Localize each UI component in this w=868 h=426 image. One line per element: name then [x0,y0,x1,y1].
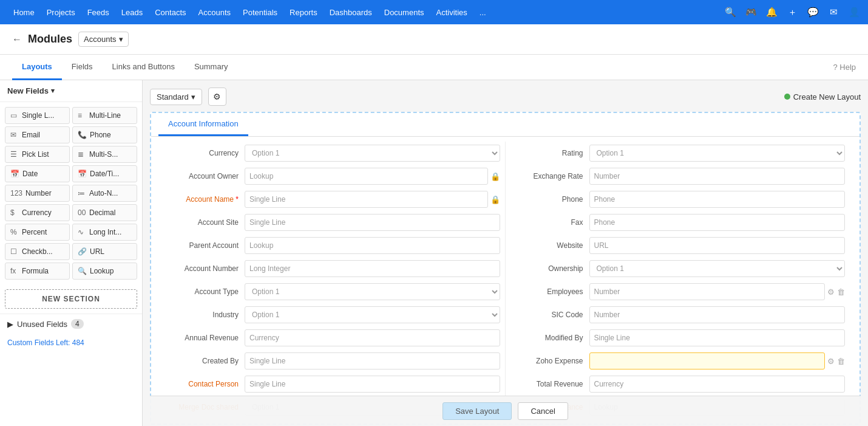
field-input-right-4[interactable] [589,237,846,254]
module-dropdown-arrow: ▾ [119,35,123,44]
sidebar-field-7[interactable]: 📅Date/Ti... [72,165,137,182]
field-type-icon: % [10,228,19,236]
search-icon[interactable]: 🔍 [724,5,737,19]
field-input-right-6[interactable] [589,283,826,300]
sidebar-field-1[interactable]: ≡Multi-Line [72,107,137,124]
delete-icon[interactable]: 🗑 [837,287,845,297]
nav-reports[interactable]: Reports [283,0,324,24]
field-input-8[interactable] [245,329,500,346]
sidebar-field-4[interactable]: ☰Pick List [5,146,70,163]
sidebar-field-10[interactable]: $Currency [5,204,70,221]
sidebar-field-9[interactable]: ≔Auto-N... [72,185,137,202]
form-field-left-3 [245,214,500,231]
section-tab-account-info[interactable]: Account Information [158,113,248,136]
new-section-button[interactable]: NEW SECTION [5,289,137,309]
tab-layouts[interactable]: Layouts [12,55,62,80]
gear-button[interactable]: ⚙ [208,88,226,106]
nav-leads[interactable]: Leads [115,0,149,24]
bell-icon[interactable]: 🔔 [765,5,778,19]
form-row-left-8: Annual Revenue [161,326,505,349]
field-select-7[interactable]: Option 1 [245,306,500,323]
nav-dashboards[interactable]: Dashboards [324,0,378,24]
nav-accounts[interactable]: Accounts [192,0,237,24]
field-input-right-10[interactable] [589,376,846,393]
plus-icon[interactable]: ＋ [785,5,799,19]
sidebar-field-0[interactable]: ▭Single L... [5,107,70,124]
field-select-0[interactable]: Option 1 [245,145,500,162]
nav-potentials[interactable]: Potentials [237,0,283,24]
mail-icon[interactable]: ✉ [827,5,840,19]
sidebar-field-14[interactable]: ☐Checkb... [5,243,70,260]
form-field-left-1: 🔒 [245,168,500,185]
field-input-right-1[interactable] [589,168,846,185]
form-row-left-4: Parent Account [161,234,505,257]
field-select-right-0[interactable]: Option 1 [589,145,846,162]
field-input-right-3[interactable] [589,214,846,231]
sidebar-field-12[interactable]: %Percent [5,224,70,241]
sidebar-field-6[interactable]: 📅Date [5,165,70,182]
sidebar-field-11[interactable]: 00Decimal [72,204,137,221]
sidebar-field-17[interactable]: 🔍Lookup [72,263,137,280]
field-input-5[interactable] [245,260,500,277]
sidebar-field-16[interactable]: fxFormula [5,263,70,280]
settings-icon[interactable]: ⚙ [827,287,835,297]
tab-summary[interactable]: Summary [185,55,238,80]
sidebar-field-5[interactable]: ≣Multi-S... [72,146,137,163]
sidebar-header[interactable]: New Fields ▾ [0,80,142,102]
nav-documents[interactable]: Documents [378,0,430,24]
field-select-6[interactable]: Option 1 [245,283,500,300]
field-label: Number [25,189,52,198]
chat-icon[interactable]: 💬 [806,5,819,19]
sidebar-field-13[interactable]: ∿Long Int... [72,224,137,241]
field-input-right-9[interactable] [589,352,826,369]
back-button[interactable]: ← [12,34,22,45]
nav-activities[interactable]: Activities [430,0,473,24]
field-input-right-2[interactable] [589,191,846,208]
tab-fields[interactable]: Fields [62,55,103,80]
form-field-right-5: Option 1 [589,260,846,277]
form-label-right-7: SIC Code [510,311,589,319]
bottom-bar: Save Layout Cancel [150,396,861,426]
field-input-9[interactable] [245,352,500,369]
field-input-4[interactable] [245,237,500,254]
form-field-right-8 [589,329,846,346]
gear-icon: ⚙ [213,92,221,101]
nav-feeds[interactable]: Feeds [81,0,115,24]
field-input-2[interactable] [245,191,488,208]
form-row-left-3: Account Site [161,211,505,234]
field-input-10[interactable] [245,376,500,393]
module-dropdown-label: Accounts [84,35,116,44]
delete-icon[interactable]: 🗑 [837,357,845,366]
sidebar-field-15[interactable]: 🔗URL [72,243,137,260]
form-label-left-8: Annual Revenue [166,334,245,342]
sidebar-field-3[interactable]: 📞Phone [72,126,137,143]
field-input-right-8[interactable] [589,329,846,346]
field-select-right-5[interactable]: Option 1 [589,260,846,277]
nav-contacts[interactable]: Contacts [149,0,192,24]
create-layout-button[interactable]: Create New Layout [784,92,861,101]
module-dropdown[interactable]: Accounts ▾ [78,32,128,47]
save-layout-button[interactable]: Save Layout [442,402,512,420]
game-icon[interactable]: 🎮 [744,5,758,19]
nav-projects[interactable]: Projects [41,0,81,24]
field-input-1[interactable] [245,168,488,185]
tab-links-buttons[interactable]: Links and Buttons [103,55,185,80]
layout-dropdown[interactable]: Standard ▾ [150,89,202,105]
user-icon[interactable]: 👤 [847,5,861,19]
form-field-left-5 [245,260,500,277]
sidebar-field-8[interactable]: 123Number [5,185,70,202]
custom-fields-left[interactable]: Custom Fields Left: 484 [0,334,142,352]
settings-icon[interactable]: ⚙ [827,357,835,366]
cancel-button[interactable]: Cancel [518,402,568,420]
unused-fields-row[interactable]: ▶ Unused Fields 4 [0,314,142,334]
field-input-right-7[interactable] [589,306,846,323]
form-label-left-2: Account Name * [166,195,245,204]
nav-more[interactable]: ... [473,0,492,24]
field-type-icon: 🔍 [78,267,87,275]
field-input-3[interactable] [245,214,500,231]
help-label[interactable]: ? Help [833,63,856,72]
nav-home[interactable]: Home [7,0,41,24]
field-label: Email [22,131,40,139]
sidebar-field-2[interactable]: ✉Email [5,126,70,143]
field-type-icon: 123 [10,189,22,198]
